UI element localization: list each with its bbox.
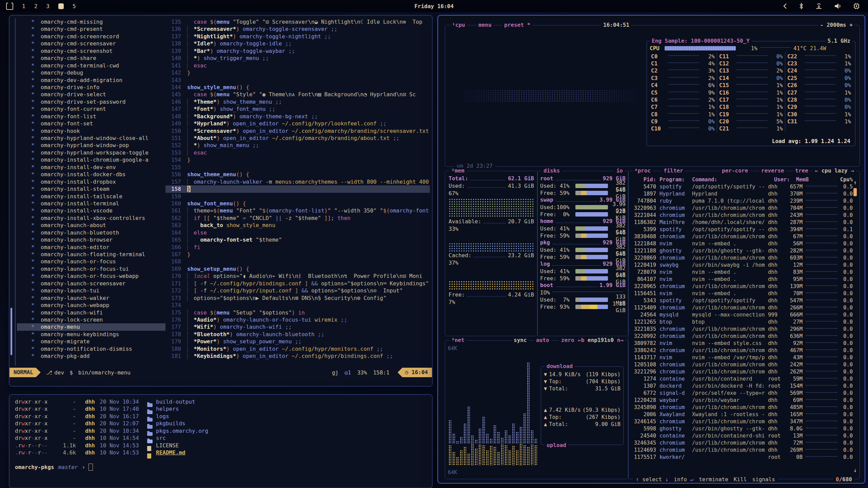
process-row[interactable]: 1221188ghostty/usr/bin/ghostty --gtk-dhh… — [628, 247, 860, 254]
list-item[interactable]: drwxr-xr-x-dhh20 Nov 12:07pkgbuilds — [9, 420, 432, 427]
file-item[interactable]: *omarchy-debug — [17, 69, 165, 76]
process-row[interactable]: 6772signal-d/proc/self/exe --type=rdhh56… — [628, 389, 860, 396]
list-item[interactable]: drwxr-xr-x-dhh10 Nov 14:54src — [9, 434, 432, 442]
file-item[interactable]: *omarchy-launch-about — [17, 222, 165, 229]
file-item[interactable]: *omarchy-install-tailscale — [17, 193, 165, 200]
process-row[interactable]: 1124693chromium/usr/lib/chromium/chromdh… — [628, 446, 860, 453]
process-row[interactable]: 3220963chromium/usr/lib/chromium/chromdh… — [628, 204, 860, 211]
file-item[interactable]: *omarchy-launch-floating-terminal — [17, 251, 165, 258]
process-row[interactable]: 1156451nvimnvim --embed .dhh70M0.0 — [628, 290, 860, 297]
process-scrollbar[interactable] — [853, 188, 857, 196]
update-interval[interactable]: - 2000ms + — [818, 22, 855, 28]
process-row[interactable]: 747804rubypuma 7.1.0 (tcp://localdhh239M… — [628, 197, 860, 204]
shell-prompt[interactable]: omarchy-pkgs master › — [9, 464, 432, 471]
file-item[interactable]: *omarchy-hyprland-workspace-toggle — [17, 149, 165, 156]
file-item[interactable]: *omarchy-hook — [17, 127, 165, 135]
process-row[interactable]: 1175517kworker/root0B0.0 — [628, 453, 860, 461]
process-row[interactable]: 3386242chromium/usr/lib/chromium/chromdh… — [628, 347, 860, 354]
process-row[interactable]: 864107nvimnvim --embed .dhh95M0.0 — [628, 276, 860, 283]
file-name[interactable]: README.md — [156, 449, 185, 456]
file-item[interactable]: *omarchy-cmd-share — [17, 55, 165, 62]
file-item[interactable]: *omarchy-install-terminal — [17, 200, 165, 207]
process-row[interactable]: 1125409chromium/usr/lib/chromium/chromdh… — [628, 304, 860, 311]
tab-cpu[interactable]: ¹cpu — [450, 22, 467, 28]
file-item[interactable]: *omarchy-install-steam — [17, 185, 165, 192]
list-item[interactable]: .rw-r--r--4.6kdhh10 Nov 14:53README.md — [9, 449, 432, 456]
net-interface[interactable]: ←b enp191s0 n→ — [576, 337, 626, 344]
process-row[interactable]: 3220992chromium/usr/lib/chromium/chromdh… — [628, 332, 860, 340]
file-item[interactable]: *omarchy-cmd-terminal-cwd — [17, 62, 165, 69]
process-row[interactable]: 1221265btopbtopdhh27M0.0 — [628, 318, 860, 325]
process-row[interactable]: 1220428waybar/usr/bin/waybardhh69M0.0 — [628, 396, 860, 404]
footer-button-3[interactable]: Kill — [731, 476, 750, 483]
tab-menu[interactable]: menu — [476, 22, 494, 28]
file-name[interactable]: helpers — [156, 405, 179, 412]
process-row[interactable]: 24540containe/usr/bin/containerd-shiroot… — [628, 432, 860, 439]
file-name[interactable]: pkgbuilds — [156, 420, 185, 427]
file-item[interactable]: *omarchy-drive-set-password — [17, 98, 165, 105]
file-item[interactable]: *omarchy-cmd-present — [17, 25, 165, 33]
process-row[interactable]: 3809782nvimnvim --embed style.cssdhh92M0… — [628, 340, 860, 347]
list-item[interactable]: drwxr-xr-x-dhh20 Nov 16:17logs — [9, 413, 432, 420]
file-item[interactable]: *omarchy-install-docker-dbs — [17, 171, 165, 178]
tab-proc[interactable]: ⁴proc — [632, 167, 653, 174]
process-row[interactable]: 728079nvimnvim --embed .dhh83M0.0 — [628, 268, 860, 276]
file-item[interactable]: *omarchy-launch-walker — [17, 294, 165, 302]
footer-button-4[interactable]: signals — [749, 476, 777, 483]
file-item[interactable]: *omarchy-dev-add-migration — [17, 77, 165, 84]
process-row[interactable]: 3830408chromium/usr/lib/chromium/chromdh… — [628, 233, 860, 240]
tab-disks[interactable]: disks — [541, 167, 562, 174]
file-item[interactable]: *omarchy-launch-screensaver — [17, 280, 165, 287]
file-item[interactable]: *omarchy-font-set — [17, 120, 165, 127]
list-item[interactable]: drwxr-xr-x-dhh20 Nov 10:34build-output — [9, 398, 432, 405]
file-item[interactable]: *omarchy-lock-screen — [17, 316, 165, 323]
file-item[interactable]: *omarchy-launch-tui — [17, 287, 165, 294]
file-name[interactable]: LICENSE — [156, 442, 179, 449]
tab-mem[interactable]: ²mem — [449, 167, 467, 174]
process-row[interactable]: 1205108chromium/usr/lib/chromium/chromdh… — [628, 361, 860, 368]
process-row[interactable]: 5343spotify/opt/spotify/spotifydhh547M0.… — [628, 297, 860, 304]
file-item[interactable]: *omarchy-launch-or-focus — [17, 258, 165, 265]
file-item[interactable]: *omarchy-cmd-missing — [17, 18, 165, 25]
footer-button-2[interactable]: terminate — [696, 476, 731, 483]
process-row[interactable]: 3245890chromium/usr/lib/chromium/chromdh… — [628, 404, 860, 411]
file-item[interactable]: *omarchy-launch-or-focus-webapp — [17, 272, 165, 280]
footer-button-0[interactable]: ↑ select ↓ — [633, 476, 671, 483]
process-row[interactable]: 1307dockerd/usr/bin/dockerd -H fd:root15… — [628, 382, 860, 389]
file-item[interactable]: *omarchy-launch-or-focus-tui — [17, 265, 165, 272]
file-item[interactable]: *omarchy-launch-bluetooth — [17, 229, 165, 236]
process-row[interactable]: 3221035chromium/usr/lib/chromium/chromdh… — [628, 325, 860, 332]
file-item[interactable]: *omarchy-launch-editor — [17, 244, 165, 251]
tab-zero[interactable]: zero — [559, 337, 576, 344]
process-row[interactable]: 1220419swaybg/usr/bin/swaybg -i /homdhh1… — [628, 261, 860, 268]
file-item[interactable]: *omarchy-launch-browser — [17, 236, 165, 243]
process-row[interactable]: 5399spotify/opt/spotify/spotify --dhh394… — [628, 226, 860, 233]
process-row[interactable]: 2006XwaylandXwayland :1 -rootless -dhh16… — [628, 411, 860, 418]
file-item[interactable]: *omarchy-font-list — [17, 113, 165, 120]
file-name[interactable]: pkgs.omarchy.org — [156, 427, 208, 434]
process-row[interactable]: 3220965chromium/usr/lib/chromium/chromdh… — [628, 283, 860, 290]
tab-sync[interactable]: sync — [512, 337, 529, 344]
process-row[interactable]: 24564mysqldmysqld --max-connection999666… — [628, 311, 860, 318]
file-item[interactable]: *omarchy-drive-select — [17, 91, 165, 98]
scroll-down-icon[interactable]: ↓ — [853, 467, 857, 473]
btop-window[interactable]: ¹cpu menu preset * 16:04:51 - 2000ms + u… — [437, 15, 865, 484]
file-item[interactable]: *omarchy-notification-dismiss — [17, 345, 165, 352]
terminal-window[interactable]: drwxr-xr-x-dhh20 Nov 10:34build-outputdr… — [9, 394, 433, 488]
footer-button-1[interactable]: info ↵ — [671, 476, 696, 483]
scroll-up-icon[interactable]: ↑ — [853, 179, 857, 186]
file-item[interactable]: *omarchy-install-xbox-controllers — [17, 215, 165, 222]
file-name[interactable]: logs — [156, 413, 169, 420]
process-row[interactable]: 3221044chromium/usr/lib/chromium/chromdh… — [628, 211, 860, 219]
process-row[interactable]: 1897HyprlandHyprlanddhh370M0.0 — [628, 190, 860, 197]
list-item[interactable]: drwxr-xr-x-dhh10 Nov 17:40helpers — [9, 405, 432, 412]
file-item[interactable]: *omarchy-drive-info — [17, 84, 165, 91]
file-item[interactable]: *omarchy-hyprland-window-close-all — [17, 135, 165, 142]
file-item[interactable]: *omarchy-hyprland-window-pop — [17, 142, 165, 149]
list-item[interactable]: .rw-r--r--1.1kdhh10 Nov 14:53LICENSE — [9, 442, 432, 449]
file-item[interactable]: *omarchy-install-vscode — [17, 207, 165, 214]
tab-net[interactable]: ³net — [449, 337, 467, 344]
editor-scrollbar[interactable] — [11, 308, 12, 355]
process-row[interactable]: 5998ghostty/usr/bin/ghostty --gtk-dhh8.0… — [628, 425, 860, 432]
file-item[interactable]: *omarchy-install-dropbox — [17, 178, 165, 185]
